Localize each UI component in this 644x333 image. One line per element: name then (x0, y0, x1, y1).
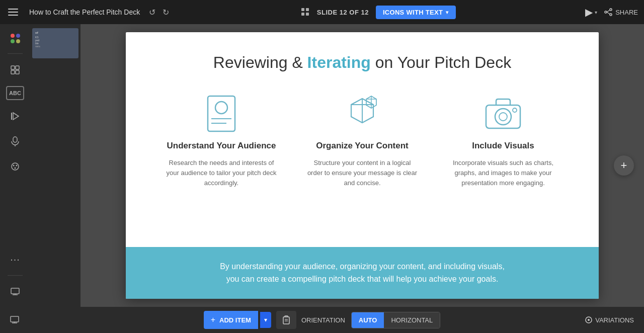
logo-dot-red (11, 34, 15, 38)
grid-icon (301, 8, 310, 17)
svg-point-45 (588, 319, 590, 321)
sidebar-divider-1 (8, 53, 23, 54)
slide-title-part2: on Your Pitch Deck (371, 53, 511, 71)
svg-rect-9 (11, 66, 15, 69)
slide-item-title-understand: Understand Your Audience (167, 141, 276, 151)
camera-icon (483, 94, 523, 134)
svg-point-25 (215, 102, 227, 114)
slide-item-understand: Understand Your Audience Research the ne… (156, 94, 287, 188)
add-item-plus-icon: + (211, 315, 215, 324)
topbar: How to Craft the Perfect Pitch Deck ↺ ↻ … (0, 0, 644, 24)
slide-item-organize: Organize Your Content Structure your con… (297, 94, 428, 188)
share-button[interactable]: SHARE (604, 8, 638, 16)
main-area: ABC ··· (0, 24, 644, 307)
svg-rect-21 (11, 288, 19, 294)
share-icon (604, 8, 612, 16)
variations-button[interactable]: VARIATIONS (585, 316, 634, 324)
bottom-toolbar: + ADD ITEM ▾ ORIENTATION AUTO HORIZONTAL… (0, 307, 644, 333)
svg-rect-15 (13, 137, 17, 142)
sidebar-more-button[interactable]: ··· (6, 250, 24, 268)
slide-thumb-content: of KS ped ble ners (34, 30, 76, 49)
slide-item-desc-visuals: Incorporate visuals such as charts, grap… (448, 158, 558, 188)
clipboard-icon (282, 315, 290, 324)
svg-point-6 (605, 11, 607, 13)
slide-panel: of KS ped ble ners (30, 24, 80, 307)
svg-line-7 (607, 10, 610, 12)
orientation-auto-button[interactable]: AUTO (352, 312, 384, 328)
slides-list-icon (10, 316, 19, 324)
topbar-left: How to Craft the Perfect Pitch Deck ↺ ↻ (6, 3, 171, 21)
logo-dot-green (11, 39, 15, 43)
logo-dots (11, 34, 20, 43)
add-content-button[interactable]: + (614, 155, 634, 176)
play-icon: ▶ (585, 6, 593, 18)
orientation-toggle: AUTO HORIZONTAL (351, 312, 440, 328)
slide-item-desc-understand: Research the needs and interests of your… (166, 158, 277, 188)
sidebar-layout-button[interactable] (6, 61, 24, 79)
bottom-center-controls: + ADD ITEM ▾ ORIENTATION AUTO HORIZONTAL (204, 311, 441, 329)
animate-icon (10, 111, 20, 121)
undo-button[interactable]: ↺ (147, 7, 157, 18)
add-item-dropdown-button[interactable]: ▾ (260, 312, 271, 328)
boxes-icon (342, 94, 382, 134)
svg-point-4 (610, 9, 612, 11)
add-item-button[interactable]: + ADD ITEM (204, 311, 258, 329)
slide-item-visuals: Include Visuals Incorporate visuals such… (438, 94, 569, 188)
svg-rect-3 (306, 13, 309, 16)
mic-icon (11, 136, 20, 146)
topbar-center: SLIDE 12 OF 12 ICONS WITH TEXT ▾ (177, 6, 579, 19)
svg-marker-13 (13, 113, 19, 120)
svg-rect-2 (301, 13, 304, 16)
slide-title-part1: Reviewing & (213, 53, 307, 71)
orientation-label: ORIENTATION (301, 316, 345, 324)
clipboard-button[interactable] (276, 311, 296, 329)
layout-button[interactable]: ICONS WITH TEXT ▾ (376, 6, 456, 19)
sidebar-animate-button[interactable] (6, 107, 24, 125)
svg-rect-1 (306, 8, 309, 11)
sidebar-palette-button[interactable] (6, 157, 24, 176)
slide-footer-text: By understanding your audience, organizi… (156, 260, 569, 286)
sidebar-divider-2 (8, 275, 23, 276)
share-label: SHARE (615, 9, 638, 16)
palette-icon (10, 161, 20, 172)
add-item-label: ADD ITEM (219, 316, 251, 324)
canvas-area: Reviewing & Iterating on Your Pitch Deck (80, 24, 644, 307)
svg-point-17 (12, 163, 19, 170)
slide-indicator: SLIDE 12 OF 12 (317, 9, 369, 16)
svg-rect-10 (16, 66, 19, 69)
svg-point-35 (495, 109, 511, 125)
variations-label: VARIATIONS (595, 316, 634, 324)
svg-rect-0 (301, 8, 304, 11)
svg-point-20 (15, 168, 16, 169)
svg-point-19 (16, 165, 18, 166)
topbar-right: ▶ ▾ SHARE (585, 6, 638, 18)
logo-dot-yellow (16, 39, 20, 43)
layout-caret-icon: ▾ (446, 10, 448, 15)
slide-title-highlight: Iterating (307, 53, 371, 71)
sidebar-slides-button[interactable] (6, 283, 24, 301)
undo-redo-group: ↺ ↻ (147, 7, 171, 18)
app-logo (7, 30, 23, 46)
grid-view-button[interactable] (301, 8, 310, 17)
svg-rect-11 (11, 70, 15, 74)
svg-rect-12 (16, 70, 19, 74)
hamburger-icon (8, 9, 22, 16)
slides-panel-button[interactable] (10, 316, 19, 324)
svg-rect-41 (283, 317, 289, 324)
abc-button[interactable]: ABC (6, 86, 24, 100)
play-button[interactable]: ▶ ▾ (585, 6, 597, 18)
slide-item-title-visuals: Include Visuals (472, 141, 534, 151)
layout-button-label: ICONS WITH TEXT (383, 9, 443, 16)
slides-icon (11, 288, 20, 296)
variations-icon (585, 316, 592, 323)
slide-canvas: Reviewing & Iterating on Your Pitch Deck (126, 32, 599, 299)
list-item[interactable]: of KS ped ble ners (32, 28, 78, 58)
redo-button[interactable]: ↻ (160, 7, 171, 18)
svg-point-18 (13, 165, 15, 166)
person-icon (201, 94, 242, 134)
left-sidebar: ABC ··· (0, 24, 30, 307)
orientation-horizontal-button[interactable]: HORIZONTAL (384, 312, 440, 328)
hamburger-menu-button[interactable] (6, 3, 24, 21)
slide-footer: By understanding your audience, organizi… (126, 247, 599, 299)
sidebar-mic-button[interactable] (6, 132, 24, 150)
